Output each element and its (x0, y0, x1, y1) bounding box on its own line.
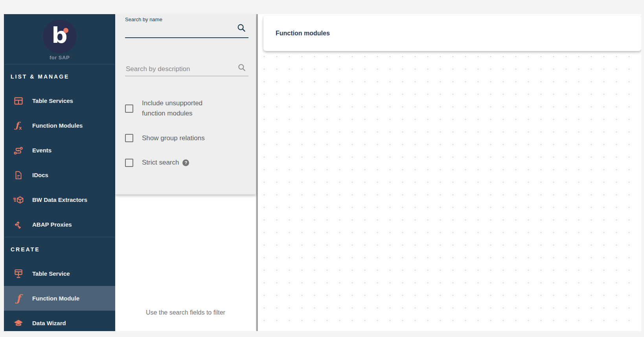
checkbox-strict-search[interactable] (125, 159, 133, 167)
search-by-description-field (125, 60, 248, 76)
sidebar-item-label: IDocs (32, 172, 48, 178)
sidebar-item-label: ABAP Proxies (32, 221, 72, 228)
sidebar-item-label: BW Data Extractors (32, 196, 87, 203)
checkbox-row-include-unsupported: Include unsupported function modules (125, 98, 248, 119)
logo-caption: for SAP (50, 55, 70, 60)
sidebar-item-create-table-service[interactable]: Table Service (4, 261, 115, 286)
search-by-description-input[interactable] (125, 65, 223, 73)
filter-options: Include unsupported function modules Sho… (125, 98, 248, 168)
filter-hint: Use the search fields to filter (115, 309, 256, 316)
sidebar-section-create: CREATE (4, 237, 115, 261)
logo-circle-icon: b (43, 20, 77, 53)
function-modules-canvas[interactable]: Function modules (258, 14, 641, 331)
logo-dot-icon (63, 28, 68, 33)
route-icon (13, 145, 24, 156)
document-icon (13, 170, 24, 180)
help-icon[interactable]: ? (182, 159, 189, 166)
sidebar-item-label: Data Wizard (32, 320, 66, 326)
sidebar-item-function-modules[interactable]: ƒx Function Modules (4, 113, 115, 138)
search-icon[interactable] (237, 63, 247, 72)
page-title: Function modules (276, 30, 330, 37)
checkbox-include-unsupported[interactable] (125, 104, 133, 113)
checkbox-label: Include unsupported function modules (142, 98, 228, 119)
sidebar-item-idocs[interactable]: IDocs (4, 163, 115, 187)
sidebar-item-abap-proxies[interactable]: ABAP Proxies (4, 212, 115, 237)
fx-icon: ƒx (13, 121, 24, 130)
checkbox-label: Show group relations (142, 133, 205, 143)
function-icon: ƒ (13, 293, 24, 303)
sidebar-item-data-wizard[interactable]: Data Wizard (4, 311, 115, 331)
app-window: b for SAP LIST & MANAGE Table Services ƒ… (4, 14, 641, 331)
checkbox-row-strict-search: Strict search ? (125, 158, 248, 168)
split-arrows-icon (13, 220, 24, 230)
table-node-icon (13, 269, 24, 279)
search-by-name-label: Search by name (125, 16, 248, 22)
sidebar-item-events[interactable]: Events (4, 138, 115, 163)
sidebar-item-create-function-module[interactable]: ƒ Function Module (4, 286, 115, 311)
filter-panel: Search by name Include unsupported funct… (115, 14, 256, 194)
sidebar-section-list-manage: LIST & MANAGE (4, 64, 115, 88)
app-logo: b for SAP (4, 14, 115, 64)
checkbox-label: Strict search (142, 158, 179, 168)
search-icon[interactable] (236, 23, 247, 33)
table-icon (13, 96, 24, 106)
cube-extractor-icon (13, 195, 24, 205)
graduation-cap-icon (13, 318, 24, 328)
search-by-name-input[interactable] (125, 27, 223, 36)
sidebar-item-bw-data-extractors[interactable]: BW Data Extractors (4, 187, 115, 212)
function-modules-header-card: Function modules (263, 16, 641, 51)
filter-column: Search by name Include unsupported funct… (115, 14, 256, 331)
sidebar-item-label: Events (32, 147, 52, 154)
search-by-name-field: Search by name (125, 14, 248, 38)
sidebar-item-label: Table Service (32, 270, 70, 277)
sidebar-item-label: Function Module (32, 295, 79, 302)
sidebar-item-label: Function Modules (32, 122, 83, 129)
checkbox-row-show-group-relations: Show group relations (125, 133, 248, 143)
sidebar-item-table-services[interactable]: Table Services (4, 88, 115, 113)
sidebar: b for SAP LIST & MANAGE Table Services ƒ… (4, 14, 115, 331)
sidebar-item-label: Table Services (32, 97, 73, 104)
checkbox-show-group-relations[interactable] (125, 134, 133, 142)
